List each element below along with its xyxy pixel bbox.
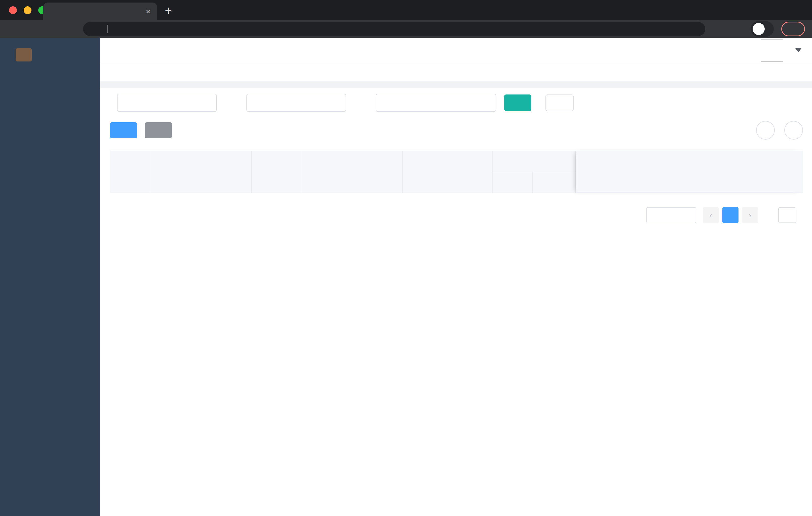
col-header-process-name (150, 151, 252, 193)
sidebar (0, 38, 100, 516)
font-size-icon[interactable] (739, 45, 750, 56)
process-name-input[interactable] (246, 94, 346, 112)
create-process-button[interactable] (110, 122, 137, 138)
tag-tabs-bar (100, 63, 812, 81)
pagination: ‹ › (110, 207, 803, 223)
col-header-latest-deployment (493, 151, 575, 172)
address-divider (107, 25, 108, 33)
bookmark-star-icon[interactable] (733, 24, 743, 34)
search-icon[interactable] (652, 45, 663, 56)
address-bar[interactable] (83, 22, 705, 36)
col-header-actions (576, 151, 803, 193)
back-icon[interactable] (7, 24, 18, 34)
process-id-input[interactable] (117, 94, 217, 112)
sidebar-logo-row (0, 42, 100, 67)
not-secure-warning-icon (90, 25, 98, 33)
incognito-badge (751, 21, 774, 37)
password-key-icon[interactable] (716, 24, 726, 34)
content-divider-band (100, 81, 812, 88)
plus-icon (118, 127, 125, 134)
process-category-select[interactable] (376, 94, 496, 112)
home-icon[interactable] (61, 24, 72, 34)
next-page-button[interactable]: › (742, 207, 758, 223)
forward-icon[interactable] (25, 24, 36, 34)
col-header-process-id (110, 151, 150, 193)
user-avatar[interactable] (761, 39, 783, 62)
col-header-category (252, 151, 301, 193)
filter-form (110, 94, 803, 112)
fixed-actions-column (576, 151, 803, 193)
favicon-plant-icon (50, 7, 59, 16)
goto-page-input[interactable] (778, 207, 796, 223)
top-navbar (100, 38, 812, 63)
browser-menu-dots-icon[interactable] (793, 25, 802, 33)
chevron-down-icon (482, 99, 489, 107)
search-button[interactable] (504, 94, 531, 111)
col-header-created-time (403, 151, 493, 193)
prev-page-button[interactable]: ‹ (703, 207, 719, 223)
close-window-button[interactable] (9, 6, 17, 14)
browser-tab[interactable]: × (43, 2, 157, 20)
magnifier-icon (761, 126, 770, 134)
window-controls (9, 6, 46, 14)
tab-close-icon[interactable]: × (145, 6, 150, 17)
minimize-window-button[interactable] (24, 6, 31, 14)
process-model-table (110, 151, 803, 193)
page-content: ‹ › (100, 88, 812, 516)
new-tab-button[interactable]: + (165, 3, 172, 18)
import-process-button[interactable] (145, 122, 172, 138)
github-icon[interactable] (674, 45, 685, 56)
reset-button[interactable] (546, 94, 574, 111)
browser-url-bar (0, 20, 812, 38)
col-header-form-info (301, 151, 403, 193)
app-logo-avatar (16, 48, 32, 61)
toggle-search-button[interactable] (756, 121, 775, 140)
help-icon[interactable] (696, 45, 706, 56)
broken-image-icon (763, 41, 774, 53)
chevron-down-icon (684, 212, 691, 218)
avatar-caret-down-icon[interactable] (795, 48, 802, 52)
browser-tab-strip: × + (0, 0, 812, 20)
collapse-sidebar-icon[interactable] (111, 45, 121, 56)
col-header-active-status (532, 172, 575, 193)
table-toolbar (110, 121, 803, 140)
reload-icon[interactable] (43, 24, 54, 34)
current-page-button[interactable] (722, 207, 738, 223)
refresh-icon (790, 126, 798, 134)
refresh-table-button[interactable] (784, 121, 803, 140)
page-size-select[interactable] (646, 207, 696, 223)
incognito-icon (753, 23, 765, 35)
refresh-icon (554, 99, 561, 107)
update-browser-button[interactable] (781, 22, 805, 36)
fullscreen-icon[interactable] (717, 45, 728, 56)
col-header-version (493, 172, 532, 193)
upload-icon (153, 127, 160, 134)
search-icon (512, 99, 520, 107)
